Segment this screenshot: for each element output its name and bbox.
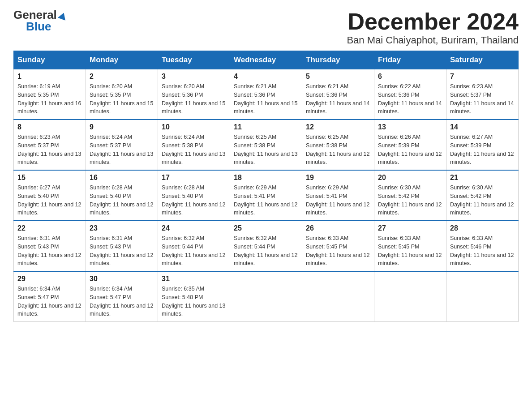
week-row-2: 8Sunrise: 6:23 AMSunset: 5:37 PMDaylight… [14, 120, 519, 170]
day-info: Sunrise: 6:19 AMSunset: 5:35 PMDaylight:… [17, 82, 82, 116]
calendar-cell: 8Sunrise: 6:23 AMSunset: 5:37 PMDaylight… [14, 120, 86, 170]
calendar-cell: 9Sunrise: 6:24 AMSunset: 5:37 PMDaylight… [86, 120, 158, 170]
calendar-title: December 2024 [347, 9, 519, 34]
calendar-cell: 19Sunrise: 6:29 AMSunset: 5:41 PMDayligh… [302, 170, 374, 221]
header-monday: Monday [86, 51, 158, 69]
day-number: 21 [450, 174, 515, 182]
calendar-cell: 25Sunrise: 6:32 AMSunset: 5:44 PMDayligh… [230, 221, 302, 271]
calendar-cell: 27Sunrise: 6:33 AMSunset: 5:45 PMDayligh… [374, 221, 446, 271]
day-info: Sunrise: 6:29 AMSunset: 5:41 PMDaylight:… [234, 184, 298, 217]
day-number: 10 [162, 123, 226, 131]
day-info: Sunrise: 6:31 AMSunset: 5:43 PMDaylight:… [90, 234, 154, 268]
day-number: 18 [234, 174, 298, 182]
day-info: Sunrise: 6:24 AMSunset: 5:37 PMDaylight:… [90, 133, 154, 167]
calendar-subtitle: Ban Mai Chaiyaphot, Buriram, Thailand [347, 34, 519, 46]
calendar-cell: 10Sunrise: 6:24 AMSunset: 5:38 PMDayligh… [158, 120, 230, 170]
day-info: Sunrise: 6:27 AMSunset: 5:39 PMDaylight:… [450, 133, 515, 167]
calendar-cell: 11Sunrise: 6:25 AMSunset: 5:38 PMDayligh… [230, 120, 302, 170]
calendar-cell: 12Sunrise: 6:25 AMSunset: 5:38 PMDayligh… [302, 120, 374, 170]
day-number: 4 [234, 73, 298, 81]
calendar-cell [374, 271, 446, 322]
week-row-4: 22Sunrise: 6:31 AMSunset: 5:43 PMDayligh… [14, 221, 519, 271]
day-info: Sunrise: 6:26 AMSunset: 5:39 PMDaylight:… [378, 133, 442, 167]
day-info: Sunrise: 6:23 AMSunset: 5:37 PMDaylight:… [17, 133, 82, 167]
calendar-cell: 17Sunrise: 6:28 AMSunset: 5:40 PMDayligh… [158, 170, 230, 221]
calendar-cell: 5Sunrise: 6:21 AMSunset: 5:36 PMDaylight… [302, 69, 374, 120]
day-info: Sunrise: 6:28 AMSunset: 5:40 PMDaylight:… [162, 184, 226, 217]
header-sunday: Sunday [14, 51, 86, 69]
day-number: 7 [450, 73, 515, 81]
logo-triangle-icon [58, 11, 68, 20]
calendar-cell: 14Sunrise: 6:27 AMSunset: 5:39 PMDayligh… [446, 120, 519, 170]
calendar-cell: 20Sunrise: 6:30 AMSunset: 5:42 PMDayligh… [374, 170, 446, 221]
day-number: 19 [306, 174, 370, 182]
calendar-cell: 24Sunrise: 6:32 AMSunset: 5:44 PMDayligh… [158, 221, 230, 271]
calendar-cell: 3Sunrise: 6:20 AMSunset: 5:36 PMDaylight… [158, 69, 230, 120]
day-number: 14 [450, 123, 515, 131]
day-number: 3 [162, 73, 226, 81]
calendar-header-row: SundayMondayTuesdayWednesdayThursdayFrid… [14, 51, 519, 69]
day-number: 5 [306, 73, 370, 81]
day-number: 12 [306, 123, 370, 131]
day-info: Sunrise: 6:34 AMSunset: 5:47 PMDaylight:… [90, 285, 154, 318]
calendar-cell: 4Sunrise: 6:21 AMSunset: 5:36 PMDaylight… [230, 69, 302, 120]
day-number: 1 [17, 73, 82, 81]
title-block: December 2024 Ban Mai Chaiyaphot, Burira… [347, 9, 519, 46]
header-thursday: Thursday [302, 51, 374, 69]
calendar-cell: 22Sunrise: 6:31 AMSunset: 5:43 PMDayligh… [14, 221, 86, 271]
calendar-cell: 18Sunrise: 6:29 AMSunset: 5:41 PMDayligh… [230, 170, 302, 221]
day-number: 28 [450, 224, 515, 232]
day-info: Sunrise: 6:28 AMSunset: 5:40 PMDaylight:… [90, 184, 154, 217]
calendar-table: SundayMondayTuesdayWednesdayThursdayFrid… [13, 51, 519, 322]
calendar-cell: 23Sunrise: 6:31 AMSunset: 5:43 PMDayligh… [86, 221, 158, 271]
day-info: Sunrise: 6:33 AMSunset: 5:45 PMDaylight:… [378, 234, 442, 268]
day-number: 31 [162, 275, 226, 283]
day-number: 25 [234, 224, 298, 232]
day-number: 16 [90, 174, 154, 182]
calendar-cell: 6Sunrise: 6:22 AMSunset: 5:36 PMDaylight… [374, 69, 446, 120]
day-info: Sunrise: 6:33 AMSunset: 5:45 PMDaylight:… [306, 234, 370, 268]
day-info: Sunrise: 6:34 AMSunset: 5:47 PMDaylight:… [17, 285, 82, 318]
header-saturday: Saturday [446, 51, 519, 69]
calendar-cell [446, 271, 519, 322]
calendar-cell [302, 271, 374, 322]
calendar-cell: 15Sunrise: 6:27 AMSunset: 5:40 PMDayligh… [14, 170, 86, 221]
day-info: Sunrise: 6:21 AMSunset: 5:36 PMDaylight:… [234, 82, 298, 116]
header-tuesday: Tuesday [158, 51, 230, 69]
day-info: Sunrise: 6:32 AMSunset: 5:44 PMDaylight:… [234, 234, 298, 268]
day-number: 2 [90, 73, 154, 81]
day-number: 29 [17, 275, 82, 283]
day-number: 6 [378, 73, 442, 81]
calendar-cell [230, 271, 302, 322]
calendar-cell: 28Sunrise: 6:33 AMSunset: 5:46 PMDayligh… [446, 221, 519, 271]
day-info: Sunrise: 6:30 AMSunset: 5:42 PMDaylight:… [450, 184, 515, 217]
calendar-cell: 29Sunrise: 6:34 AMSunset: 5:47 PMDayligh… [14, 271, 86, 322]
day-number: 9 [90, 123, 154, 131]
week-row-1: 1Sunrise: 6:19 AMSunset: 5:35 PMDaylight… [14, 69, 519, 120]
day-info: Sunrise: 6:20 AMSunset: 5:35 PMDaylight:… [90, 82, 154, 116]
day-info: Sunrise: 6:24 AMSunset: 5:38 PMDaylight:… [162, 133, 226, 167]
week-row-5: 29Sunrise: 6:34 AMSunset: 5:47 PMDayligh… [14, 271, 519, 322]
day-number: 17 [162, 174, 226, 182]
day-number: 11 [234, 123, 298, 131]
week-row-3: 15Sunrise: 6:27 AMSunset: 5:40 PMDayligh… [14, 170, 519, 221]
day-number: 27 [378, 224, 442, 232]
day-info: Sunrise: 6:22 AMSunset: 5:36 PMDaylight:… [378, 82, 442, 116]
day-info: Sunrise: 6:20 AMSunset: 5:36 PMDaylight:… [162, 82, 226, 116]
day-info: Sunrise: 6:31 AMSunset: 5:43 PMDaylight:… [17, 234, 82, 268]
day-number: 26 [306, 224, 370, 232]
day-number: 8 [17, 123, 82, 131]
header-friday: Friday [374, 51, 446, 69]
calendar-cell: 26Sunrise: 6:33 AMSunset: 5:45 PMDayligh… [302, 221, 374, 271]
day-number: 23 [90, 224, 154, 232]
day-number: 20 [378, 174, 442, 182]
day-number: 24 [162, 224, 226, 232]
header-wednesday: Wednesday [230, 51, 302, 69]
logo: General Blue [13, 9, 67, 32]
day-info: Sunrise: 6:25 AMSunset: 5:38 PMDaylight:… [234, 133, 298, 167]
calendar-cell: 21Sunrise: 6:30 AMSunset: 5:42 PMDayligh… [446, 170, 519, 221]
page-header: General Blue December 2024 Ban Mai Chaiy… [13, 9, 519, 46]
day-info: Sunrise: 6:23 AMSunset: 5:37 PMDaylight:… [450, 82, 515, 116]
day-number: 15 [17, 174, 82, 182]
day-info: Sunrise: 6:27 AMSunset: 5:40 PMDaylight:… [17, 184, 82, 217]
